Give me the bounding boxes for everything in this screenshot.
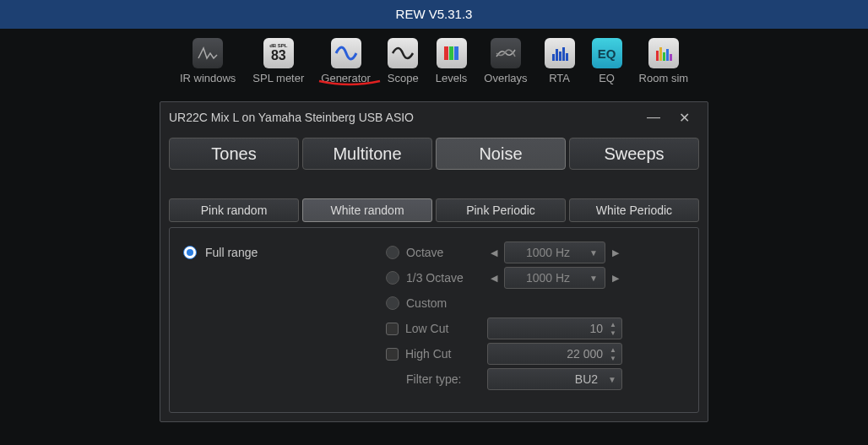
toolbar-spl-meter[interactable]: dB SPL 83 SPL meter (252, 38, 304, 84)
checkbox-highcut[interactable] (386, 348, 399, 361)
toolbar-room-sim[interactable]: Room sim (639, 38, 689, 84)
lowcut-spinner[interactable]: ▲▼ (610, 321, 616, 337)
svg-rect-11 (666, 49, 669, 61)
rta-icon (545, 38, 575, 68)
chevron-down-icon: ▼ (589, 274, 598, 283)
svg-rect-7 (566, 53, 568, 61)
label-full-range: Full range (205, 246, 258, 259)
tab-noise[interactable]: Noise (436, 138, 566, 170)
noise-panel: Full range Octave ◀ 1000 Hz ▼ ▶ 1/3 Octa… (169, 227, 699, 413)
svg-rect-10 (663, 52, 665, 61)
main-tabs: Tones Multitone Noise Sweeps (160, 133, 708, 170)
subtab-white-periodic[interactable]: White Periodic (569, 198, 699, 222)
svg-rect-9 (659, 47, 662, 61)
octave-next[interactable]: ▶ (609, 241, 622, 263)
toolbar-ir-windows[interactable]: IR windows (180, 38, 236, 84)
label-filter-type: Filter type: (406, 372, 461, 386)
third-prev[interactable]: ◀ (487, 267, 501, 289)
app-title: REW V5.31.3 (396, 7, 473, 21)
label-custom: Custom (406, 296, 447, 310)
subtab-pink-periodic[interactable]: Pink Periodic (436, 198, 566, 222)
label-octave: Octave (406, 246, 443, 259)
tab-multitone[interactable]: Multitone (302, 138, 432, 170)
noise-sub-tabs: Pink random White random Pink Periodic W… (169, 198, 699, 222)
svg-rect-4 (556, 49, 558, 61)
label-lowcut: Low Cut (405, 322, 448, 335)
svg-rect-1 (449, 46, 453, 60)
minimize-button[interactable]: — (638, 110, 669, 125)
window-header: UR22C Mix L on Yamaha Steinberg USB ASIO… (160, 102, 708, 133)
eq-icon: EQ (592, 38, 622, 68)
main-toolbar: IR windows dB SPL 83 SPL meter Generator… (0, 29, 868, 88)
third-next[interactable]: ▶ (609, 267, 622, 289)
tab-sweeps[interactable]: Sweeps (569, 138, 699, 170)
overlays-icon (491, 38, 521, 68)
svg-rect-2 (454, 46, 458, 60)
chevron-down-icon: ▼ (589, 248, 598, 258)
svg-rect-3 (552, 54, 555, 61)
highcut-input[interactable]: 22 000 ▲▼ (487, 343, 622, 365)
checkbox-lowcut[interactable] (386, 323, 399, 335)
levels-icon (437, 38, 467, 68)
svg-rect-5 (559, 52, 561, 61)
svg-rect-12 (670, 54, 672, 61)
close-button[interactable]: ✕ (669, 110, 699, 126)
spl-meter-icon: dB SPL 83 (263, 38, 294, 68)
radio-octave[interactable] (386, 246, 399, 259)
toolbar-generator[interactable]: Generator (321, 38, 371, 84)
room-sim-icon (648, 38, 679, 68)
label-highcut: High Cut (405, 347, 451, 361)
radio-custom[interactable] (386, 296, 399, 310)
subtab-white-random[interactable]: White random (302, 198, 432, 222)
toolbar-levels[interactable]: Levels (436, 38, 468, 84)
subtab-pink-random[interactable]: Pink random (169, 198, 299, 222)
scope-icon (388, 38, 418, 68)
tab-tones[interactable]: Tones (169, 138, 299, 170)
highcut-spinner[interactable]: ▲▼ (610, 346, 616, 362)
toolbar-scope[interactable]: Scope (388, 38, 419, 84)
ir-windows-icon (193, 38, 223, 68)
chevron-down-icon: ▼ (608, 375, 616, 384)
label-third-octave: 1/3 Octave (406, 271, 464, 285)
window-title: UR22C Mix L on Yamaha Steinberg USB ASIO (169, 111, 414, 124)
radio-full-range[interactable] (183, 246, 197, 259)
svg-rect-6 (562, 47, 565, 61)
octave-prev[interactable]: ◀ (487, 241, 501, 263)
svg-rect-0 (444, 46, 448, 60)
toolbar-rta[interactable]: RTA (545, 38, 575, 84)
radio-third-octave[interactable] (386, 271, 399, 285)
toolbar-overlays[interactable]: Overlays (484, 38, 527, 84)
lowcut-input[interactable]: 10 ▲▼ (487, 317, 622, 339)
third-dropdown[interactable]: 1000 Hz ▼ (504, 267, 605, 289)
filter-type-dropdown[interactable]: BU2 ▼ (487, 368, 622, 390)
svg-rect-8 (656, 51, 659, 61)
generator-window: UR22C Mix L on Yamaha Steinberg USB ASIO… (160, 101, 708, 422)
app-titlebar: REW V5.31.3 (0, 0, 868, 29)
generator-icon (331, 38, 361, 68)
toolbar-eq[interactable]: EQ EQ (592, 38, 622, 84)
octave-dropdown[interactable]: 1000 Hz ▼ (504, 241, 605, 263)
